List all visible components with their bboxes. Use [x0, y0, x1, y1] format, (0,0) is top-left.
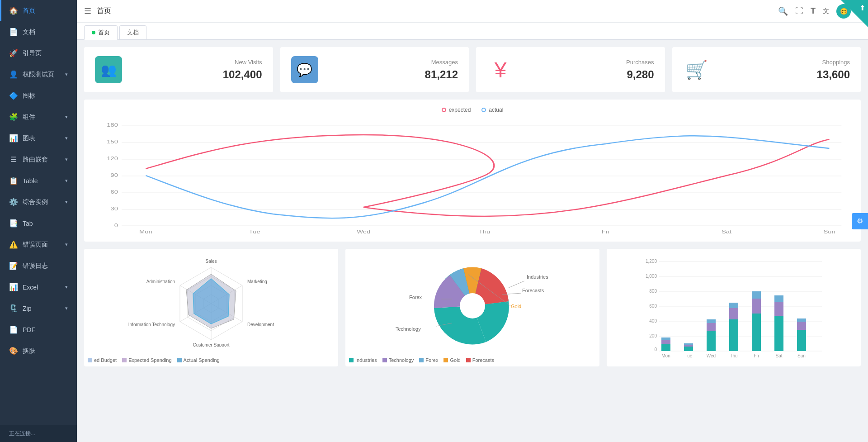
sidebar-item-icons[interactable]: 🔷 图标 [0, 85, 77, 106]
sidebar-item-nested[interactable]: ☰ 路由嵌套 ▾ [0, 149, 77, 170]
font-icon[interactable]: T [811, 6, 816, 16]
pie-chart-card: Industries Forecasts Gold Forex Technolo… [345, 249, 599, 366]
svg-text:Sun: Sun [797, 353, 806, 358]
fullscreen-icon[interactable]: ⛶ [795, 6, 803, 16]
sidebar-item-label: Zip [23, 305, 61, 312]
svg-line-41 [509, 281, 524, 288]
svg-rect-75 [729, 303, 738, 308]
stat-card-purchases: ¥ Purchases 9,280 [476, 47, 665, 92]
tabs-bar: 首页 文档 [77, 23, 868, 40]
messages-value: 81,212 [327, 68, 458, 81]
sidebar-item-skin[interactable]: 🎨 换肤 [0, 340, 77, 361]
sidebar-item-combined[interactable]: ⚙️ 综合实例 ▾ [0, 191, 77, 213]
pie-legend: Industries Technology Forex Gold [349, 357, 494, 363]
sidebar-item-label: 图表 [23, 134, 61, 143]
hamburger-icon[interactable]: ☰ [84, 6, 91, 16]
header: ☰ 首页 🔍 ⛶ T 文 😊 ▾ [77, 0, 868, 23]
purchases-info: Purchases 9,280 [523, 59, 654, 81]
svg-text:800: 800 [649, 289, 657, 294]
svg-text:Gold: Gold [511, 304, 521, 309]
shoppings-value: 13,600 [719, 68, 850, 81]
sidebar-item-auth[interactable]: 👤 权限测试页 ▾ [0, 64, 77, 85]
svg-rect-74 [729, 308, 738, 319]
svg-rect-69 [684, 343, 693, 345]
svg-rect-79 [774, 316, 783, 351]
sidebar-item-label: 组件 [23, 113, 61, 121]
legend-actual-label: actual [489, 107, 503, 113]
chevron-right-icon: ▾ [65, 178, 68, 184]
sidebar-item-components[interactable]: 🧩 组件 ▾ [0, 106, 77, 128]
sidebar-item-error-page[interactable]: ⚠️ 错误页面 ▾ [0, 234, 77, 255]
icons-icon: 🔷 [9, 91, 18, 100]
svg-text:Thu: Thu [479, 229, 490, 234]
legend-expected-label: expected [449, 107, 471, 113]
sidebar-item-guide[interactable]: 🚀 引导页 [0, 43, 77, 64]
svg-text:400: 400 [649, 318, 657, 323]
sidebar-item-label: Tab [23, 220, 68, 227]
error-page-icon: ⚠️ [9, 240, 18, 249]
shoppings-icon-box: 🛒 [683, 56, 710, 83]
sidebar-item-docs[interactable]: 📄 文档 [0, 21, 77, 43]
sidebar-item-label: 换肤 [23, 347, 68, 355]
svg-rect-68 [684, 345, 693, 347]
sidebar: 🏠 首页 📄 文档 🚀 引导页 👤 权限测试页 ▾ 🔷 图标 🧩 组件 ▾ 📊 … [0, 0, 77, 442]
charts-icon: 📊 [9, 134, 18, 143]
sidebar-item-charts[interactable]: 📊 图表 ▾ [0, 128, 77, 149]
svg-text:Information Technology: Information Technology [128, 322, 175, 327]
cart-icon: 🛒 [685, 59, 708, 81]
translate-icon[interactable]: 文 [823, 7, 829, 15]
legend-sq-box [88, 358, 92, 362]
users-icon: 👥 [101, 62, 117, 77]
legend-sq-label: Gold [450, 357, 460, 363]
sidebar-item-table[interactable]: 📋 Table ▾ [0, 170, 77, 191]
sidebar-item-excel[interactable]: 📊 Excel ▾ [0, 276, 77, 298]
svg-text:Development: Development [247, 322, 274, 327]
svg-rect-81 [774, 295, 783, 302]
page-title: 首页 [97, 6, 111, 16]
legend-technology: Technology [382, 357, 414, 363]
shoppings-info: Shoppings 13,600 [719, 59, 850, 81]
sidebar-item-home[interactable]: 🏠 首页 [0, 0, 77, 21]
error-log-icon: 📝 [9, 261, 18, 270]
search-icon[interactable]: 🔍 [778, 6, 788, 16]
skin-icon: 🎨 [9, 347, 18, 355]
svg-rect-72 [707, 319, 716, 323]
svg-rect-66 [661, 337, 670, 340]
sidebar-item-zip[interactable]: 🗜️ Zip ▾ [0, 298, 77, 319]
sidebar-item-pdf[interactable]: 📄 PDF [0, 319, 77, 340]
svg-text:Sun: Sun [823, 229, 835, 234]
sidebar-item-label: 权限测试页 [23, 71, 61, 79]
svg-text:90: 90 [111, 172, 118, 178]
svg-point-39 [460, 293, 485, 318]
sidebar-item-tab[interactable]: 📑 Tab [0, 213, 77, 234]
sidebar-item-label: 路由嵌套 [23, 156, 61, 164]
auth-icon: 👤 [9, 70, 18, 79]
excel-icon: 📊 [9, 283, 18, 291]
svg-text:0: 0 [654, 347, 657, 352]
svg-text:Forecasts: Forecasts [522, 288, 544, 293]
tab-docs[interactable]: 文档 [119, 25, 146, 39]
legend-actual-dot [481, 108, 486, 112]
legend-forex: Forex [419, 357, 438, 363]
purchases-icon-box: ¥ [487, 56, 514, 83]
pdf-icon: 📄 [9, 325, 18, 334]
svg-rect-70 [707, 331, 716, 351]
sidebar-item-error-log[interactable]: 📝 错误日志 [0, 255, 77, 276]
legend-expected-spending: Expected Spending [122, 357, 171, 363]
legend-sq-label: Forecasts [472, 357, 494, 363]
tab-home[interactable]: 首页 [84, 25, 118, 40]
bar-chart-card: 1,200 1,000 800 600 400 200 0 [607, 249, 861, 366]
svg-text:Technology: Technology [396, 326, 421, 332]
svg-text:Customer Support: Customer Support [193, 342, 229, 347]
svg-rect-82 [797, 330, 806, 351]
chevron-right-icon: ▾ [65, 157, 68, 162]
sidebar-item-label: 文档 [23, 28, 68, 36]
legend-sq-box [382, 358, 387, 362]
messages-icon-box: 💬 [291, 56, 318, 83]
line-chart-svg: 0 30 60 90 120 150 180 Mon Tue Wed Thu F… [91, 117, 854, 234]
tab-icon: 📑 [9, 219, 18, 228]
legend-sq-box [466, 358, 471, 362]
svg-text:60: 60 [111, 189, 118, 195]
stats-row: 👥 New Visits 102,400 💬 Messages 81,212 [84, 47, 861, 92]
settings-button[interactable]: ⚙ [852, 213, 868, 229]
